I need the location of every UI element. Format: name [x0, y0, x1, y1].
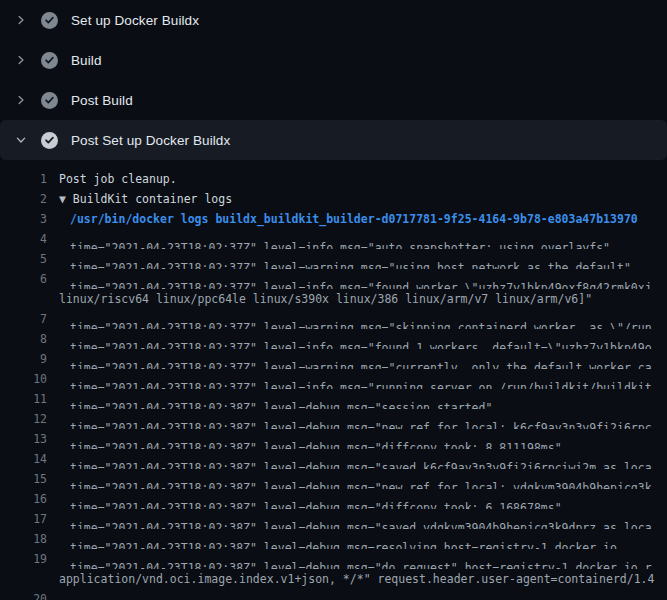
line-number[interactable]: 12: [0, 409, 47, 429]
log-text: time="2021-04-23T18:02:38Z" level=debug …: [70, 429, 667, 449]
job-steps-list: Set up Docker Buildx Build Post Build Po…: [0, 0, 667, 160]
line-number[interactable]: 14: [0, 449, 47, 469]
log-text: Post job cleanup.: [59, 169, 177, 189]
line-number[interactable]: 10: [0, 369, 47, 389]
log-line: 3/usr/bin/docker logs buildx_buildkit_bu…: [0, 209, 667, 229]
group-collapse-triangle-icon: ▼: [59, 192, 73, 206]
step-row-build[interactable]: Build: [0, 40, 667, 80]
line-number[interactable]: 17: [0, 509, 47, 529]
log-text: time="2021-04-23T18:02:37Z" level=info m…: [70, 329, 667, 349]
log-line: 11time="2021-04-23T18:02:38Z" level=debu…: [0, 389, 667, 409]
line-number: [0, 289, 47, 309]
line-number[interactable]: 20: [0, 589, 47, 600]
line-number[interactable]: 15: [0, 469, 47, 489]
line-number: [0, 569, 47, 589]
log-text: time="2021-04-23T18:02:37Z" level=info m…: [70, 229, 667, 249]
log-text: time="2021-04-23T18:02:38Z" level=debug …: [70, 469, 667, 489]
log-line: 13time="2021-04-23T18:02:38Z" level=debu…: [0, 429, 667, 449]
log-line: 1Post job cleanup.: [0, 169, 667, 189]
log-text: time="2021-04-23T18:02:37Z" level=warnin…: [70, 249, 667, 269]
line-number[interactable]: 7: [0, 309, 47, 329]
log-text: time="2021-04-23T18:02:38Z" level=debug …: [70, 589, 667, 600]
log-line: 5time="2021-04-23T18:02:37Z" level=warni…: [0, 249, 667, 269]
log-text: time="2021-04-23T18:02:37Z" level=warnin…: [70, 349, 667, 369]
log-text: time="2021-04-23T18:02:38Z" level=debug …: [70, 549, 667, 569]
line-number[interactable]: 5: [0, 249, 47, 269]
log-text: application/vnd.oci.image.index.v1+json,…: [59, 569, 654, 589]
line-number[interactable]: 9: [0, 349, 47, 369]
line-number[interactable]: 11: [0, 389, 47, 409]
line-number[interactable]: 13: [0, 429, 47, 449]
step-label: Build: [71, 53, 102, 68]
command-text: /usr/bin/docker logs buildx_buildkit_bui…: [70, 209, 638, 229]
step-row-post-set-up-docker-buildx[interactable]: Post Set up Docker Buildx: [0, 120, 667, 160]
log-line: 15time="2021-04-23T18:02:38Z" level=debu…: [0, 469, 667, 489]
line-number[interactable]: 19: [0, 549, 47, 569]
group-title: BuildKit container logs: [73, 192, 232, 206]
log-text: linux/riscv64 linux/ppc64le linux/s390x …: [59, 289, 592, 309]
chevron-right-icon: [14, 53, 28, 67]
check-circle-icon: [40, 131, 58, 149]
step-label: Set up Docker Buildx: [71, 13, 199, 28]
log-text: time="2021-04-23T18:02:38Z" level=debug …: [70, 529, 667, 549]
log-line: 7time="2021-04-23T18:02:37Z" level=warni…: [0, 309, 667, 329]
check-circle-icon: [40, 51, 58, 69]
step-row-post-build[interactable]: Post Build: [0, 80, 667, 120]
chevron-down-icon: [14, 133, 28, 147]
log-line: 8time="2021-04-23T18:02:37Z" level=info …: [0, 329, 667, 349]
check-circle-icon: [40, 91, 58, 109]
log-line: linux/riscv64 linux/ppc64le linux/s390x …: [0, 289, 667, 309]
log-line: 4time="2021-04-23T18:02:37Z" level=info …: [0, 229, 667, 249]
check-circle-icon: [40, 11, 58, 29]
log-text: time="2021-04-23T18:02:37Z" level=info m…: [70, 269, 667, 289]
log-lines: 1Post job cleanup.2▼ BuildKit container …: [0, 160, 667, 600]
log-line: 12time="2021-04-23T18:02:38Z" level=debu…: [0, 409, 667, 429]
log-line: 10time="2021-04-23T18:02:37Z" level=info…: [0, 369, 667, 389]
log-line: 17time="2021-04-23T18:02:38Z" level=debu…: [0, 509, 667, 529]
log-line: 16time="2021-04-23T18:02:38Z" level=debu…: [0, 489, 667, 509]
chevron-right-icon: [14, 13, 28, 27]
log-line: 6time="2021-04-23T18:02:37Z" level=info …: [0, 269, 667, 289]
log-text: time="2021-04-23T18:02:37Z" level=info m…: [70, 369, 667, 389]
line-number[interactable]: 3: [0, 209, 47, 229]
log-line: 18time="2021-04-23T18:02:38Z" level=debu…: [0, 529, 667, 549]
log-text: time="2021-04-23T18:02:38Z" level=debug …: [70, 489, 667, 509]
group-header-text[interactable]: ▼ BuildKit container logs: [59, 189, 232, 209]
log-text: time="2021-04-23T18:02:37Z" level=warnin…: [70, 309, 667, 329]
step-label: Post Build: [71, 93, 133, 108]
line-number[interactable]: 1: [0, 169, 47, 189]
log-line: 2▼ BuildKit container logs: [0, 189, 667, 209]
log-line: 9time="2021-04-23T18:02:37Z" level=warni…: [0, 349, 667, 369]
line-number[interactable]: 16: [0, 489, 47, 509]
log-line: 20time="2021-04-23T18:02:38Z" level=debu…: [0, 589, 667, 600]
line-number[interactable]: 18: [0, 529, 47, 549]
line-number[interactable]: 6: [0, 269, 47, 289]
step-label: Post Set up Docker Buildx: [71, 133, 230, 148]
log-text: time="2021-04-23T18:02:38Z" level=debug …: [70, 449, 667, 469]
log-line: 14time="2021-04-23T18:02:38Z" level=debu…: [0, 449, 667, 469]
log-text: time="2021-04-23T18:02:38Z" level=debug …: [70, 409, 667, 429]
log-line: application/vnd.oci.image.index.v1+json,…: [0, 569, 667, 589]
log-line: 19time="2021-04-23T18:02:38Z" level=debu…: [0, 549, 667, 569]
chevron-right-icon: [14, 93, 28, 107]
line-number[interactable]: 2: [0, 189, 47, 209]
line-number[interactable]: 4: [0, 229, 47, 249]
log-text: time="2021-04-23T18:02:38Z" level=debug …: [70, 389, 667, 409]
log-text: time="2021-04-23T18:02:38Z" level=debug …: [70, 509, 667, 529]
line-number[interactable]: 8: [0, 329, 47, 349]
step-row-set-up-docker-buildx[interactable]: Set up Docker Buildx: [0, 0, 667, 40]
